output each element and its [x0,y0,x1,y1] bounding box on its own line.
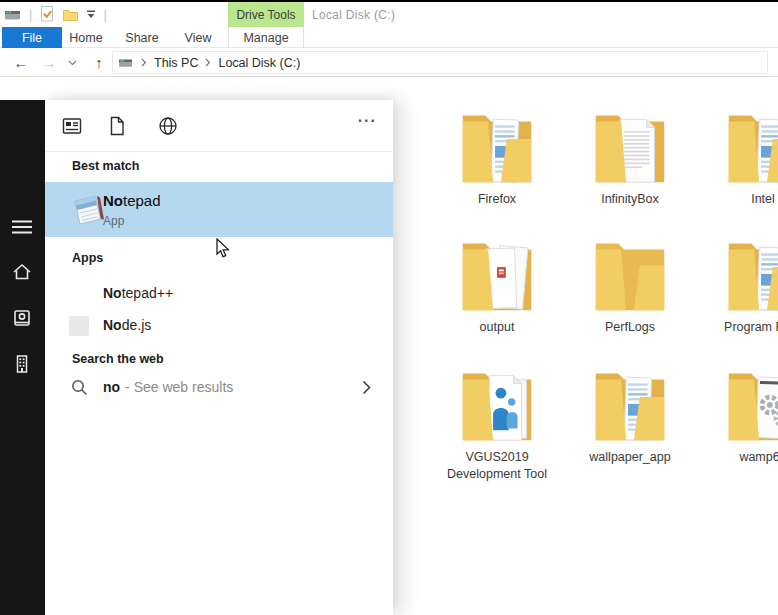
folder-label: wamp64 [707,449,778,466]
search-filter-bar: ... [45,100,393,152]
desktop-screen: | | Drive Tools Local Disk (C: [0,0,778,615]
up-arrow-icon[interactable]: ↑ [88,48,110,77]
tab-manage[interactable]: Manage [228,27,304,48]
breadcrumb-this-pc[interactable]: This PC [154,56,198,70]
more-options-ellipsis[interactable]: ... [358,108,377,126]
folder-label: Firefox [441,191,553,208]
tab-share[interactable]: Share [112,27,172,48]
mouse-cursor [216,238,231,259]
folder-item-wamp64[interactable]: wamp64 [703,356,778,466]
folder-item-output[interactable]: output [437,226,557,336]
placeholder-app-icon [69,316,89,336]
drive-tools-contextual-tab[interactable]: Drive Tools [228,2,304,27]
toolbar-separator: | [103,7,106,22]
folder-label: PerfLogs [574,319,686,336]
folder-item-firefox[interactable]: Firefox [437,98,557,208]
new-folder-icon[interactable] [62,7,79,22]
best-match-header: Best match [72,159,139,173]
breadcrumb-chevron-icon [205,58,211,67]
breadcrumb-chevron-icon [141,58,147,67]
search-rail [0,100,45,615]
address-bar: ← → ↑ This PC Local Disk (C:) [0,48,778,77]
folder-item-infinitybox[interactable]: InfinityBox [570,98,690,208]
folder-item-perflogs[interactable]: PerfLogs [570,226,690,336]
folder-icon [447,226,547,316]
library-frame-icon[interactable] [11,307,33,329]
folder-icon [447,356,547,446]
folder-icon [447,98,547,188]
search-magnifier-icon [71,379,88,400]
folder-label: Intel [707,191,778,208]
folder-label: wallpaper_app [574,449,686,466]
web-search-row[interactable]: no- See web results [45,374,393,402]
folder-label: VGUS2019 Development Tool [441,449,553,483]
search-the-web-header: Search the web [72,352,164,366]
app-row-notepad-plus-plus[interactable]: Notepad++ [45,280,393,308]
result-title: Notepad [103,192,161,209]
folder-icon [580,98,680,188]
app-row-nodejs[interactable]: Node.js [45,312,393,340]
folder-icon [580,356,680,446]
home-icon[interactable] [11,261,33,283]
drive-icon [118,56,134,69]
folder-item-vgus2019[interactable]: VGUS2019 Development Tool [437,356,557,483]
apps-header: Apps [72,251,103,265]
apps-building-icon[interactable] [11,353,33,375]
recent-locations-chevron-icon[interactable] [64,48,80,77]
drive-icon[interactable] [4,7,22,22]
customize-toolbar-caret-icon[interactable] [86,9,96,19]
back-arrow-icon[interactable]: ← [10,48,32,77]
folder-item-wallpaper-app[interactable]: wallpaper_app [570,356,690,466]
address-field[interactable]: This PC Local Disk (C:) [112,51,768,74]
explorer-titlebar: | | Drive Tools Local Disk (C: [0,2,778,27]
documents-filter-icon[interactable] [106,115,128,137]
folder-label: Program Files [707,319,778,336]
tab-home[interactable]: Home [62,27,110,48]
web-filter-icon[interactable] [157,115,179,137]
folder-label: InfinityBox [574,191,686,208]
folder-label: output [441,319,553,336]
search-flyout-panel: ... Best match Notepad App Apps Notepad+… [45,100,393,615]
chevron-right-icon[interactable] [362,380,371,399]
folder-icon [713,98,778,188]
breadcrumb-local-disk[interactable]: Local Disk (C:) [218,56,300,70]
folder-icon [713,356,778,446]
tab-view[interactable]: View [170,27,226,48]
apps-filter-icon[interactable] [61,115,83,137]
folder-icon [713,226,778,316]
folder-item-intel[interactable]: Intel [703,98,778,208]
properties-check-icon[interactable] [39,5,55,23]
folder-item-program-files[interactable]: Program Files [703,226,778,336]
tab-file[interactable]: File [2,27,62,48]
notepad-app-icon [67,189,107,229]
window-title: Local Disk (C:) [312,8,395,22]
ribbon-tab-strip: File Home Share View Manage [0,27,778,48]
result-subtitle: App [103,214,124,228]
menu-icon[interactable] [11,216,33,238]
quick-access-toolbar: | | [4,5,107,23]
best-match-result-notepad[interactable]: Notepad App [45,182,393,237]
folder-icon [580,226,680,316]
forward-arrow-icon[interactable]: → [38,48,60,77]
toolbar-separator: | [29,7,32,22]
